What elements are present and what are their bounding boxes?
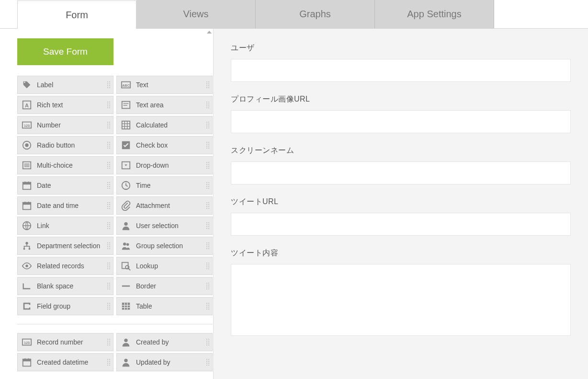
palette-date[interactable]: Date [17,176,113,195]
palette-item-label: Created by [136,338,169,346]
palette-item-label: Date and time [37,202,79,209]
palette-field-group[interactable]: Field group [17,297,113,315]
radio-icon [21,139,33,151]
drag-grip-icon [107,222,110,229]
palette-table[interactable]: Table [116,297,213,315]
palette-created-by[interactable]: Created by [116,333,213,351]
palette-item-label: Drop-down [136,161,169,169]
field-palette: LabelTextRich textText areaNumberCalcula… [17,76,213,371]
palette-item-label: Time [136,182,151,189]
table-icon [120,300,132,312]
user-icon [120,336,132,348]
palette-item-label: Calculated [136,121,168,129]
drag-grip-icon [107,142,110,149]
form-field-input[interactable] [231,213,571,236]
palette-item-label: Label [37,81,53,89]
field-palette-sidebar: Save Form LabelTextRich textText areaNum… [0,29,214,379]
palette-item-label: Radio button [37,141,75,149]
form-canvas[interactable]: ユーザプロフィール画像URLスクリーンネームツイートURLツイート内容 [214,29,588,379]
user-icon [120,219,132,232]
calendar-icon [21,356,33,368]
palette-created-datetime[interactable]: Created datetime [17,353,113,371]
palette-rich-text[interactable]: Rich text [17,96,113,114]
form-field-input[interactable] [231,161,571,184]
palette-label[interactable]: Label [17,76,113,94]
palette-calculated[interactable]: Calculated [116,116,213,134]
palette-number[interactable]: Number [17,116,113,134]
drag-grip-icon [107,359,110,366]
drag-grip-icon [206,102,209,108]
drag-grip-icon [107,81,110,88]
globe-icon [21,219,33,232]
palette-user-selection[interactable]: User selection [116,217,213,235]
palette-item-label: Text area [136,101,164,109]
palette-item-label: Attachment [136,202,170,209]
palette-attachment[interactable]: Attachment [116,196,213,215]
tab-views[interactable]: Views [136,0,256,28]
org-icon [21,240,33,252]
palette-time[interactable]: Time [116,176,213,195]
form-field-input[interactable] [231,59,571,82]
palette-link[interactable]: Link [17,217,113,235]
form-field-input[interactable] [231,110,571,133]
form-field[interactable]: プロフィール画像URL [231,94,571,133]
scroll-up-arrow-icon[interactable] [207,31,212,34]
palette-text-area[interactable]: Text area [116,96,213,114]
palette-item-label: Field group [37,302,70,310]
123-icon [21,119,33,131]
drag-grip-icon [107,263,110,269]
eye-icon [21,260,33,272]
palette-related-records[interactable]: Related records [17,257,113,275]
palette-group-selection[interactable]: Group selection [116,237,213,255]
palette-item-label: Text [136,81,148,89]
form-field[interactable]: ユーザ [231,43,571,82]
palette-radio-button[interactable]: Radio button [17,136,113,154]
palette-lookup[interactable]: Lookup [116,257,213,275]
palette-updated-by[interactable]: Updated by [116,353,213,371]
drag-grip-icon [206,303,209,310]
group-icon [21,300,33,312]
palette-item-label: Record number [37,338,83,346]
dropdown-icon [120,159,132,172]
calendar-icon [21,199,33,212]
save-form-button[interactable]: Save Form [17,38,113,65]
clip-icon [120,199,132,212]
tab-graphs[interactable]: Graphs [256,0,375,28]
drag-grip-icon [206,142,209,149]
form-field-label: ツイート内容 [231,248,571,258]
palette-blank-space[interactable]: Blank space [17,277,113,295]
palette-department-selection[interactable]: Department selection [17,237,113,255]
drag-grip-icon [206,202,209,209]
form-field[interactable]: ツイート内容 [231,248,571,336]
palette-text[interactable]: Text [116,76,213,94]
palette-check-box[interactable]: Check box [116,136,213,154]
palette-item-label: Department selection [37,242,100,250]
drag-grip-icon [107,283,110,289]
drag-grip-icon [206,122,209,128]
form-field-label: プロフィール画像URL [231,94,571,104]
palette-item-label: Link [37,222,49,230]
drag-grip-icon [107,182,110,189]
form-field[interactable]: ツイートURL [231,197,571,236]
drag-grip-icon [107,162,110,169]
drag-grip-icon [206,283,209,289]
form-field[interactable]: スクリーンネーム [231,146,571,184]
palette-item-label: Created datetime [37,358,88,366]
drag-grip-icon [107,339,110,345]
palette-border[interactable]: Border [116,277,213,295]
palette-item-label: Table [136,302,152,310]
palette-item-label: Blank space [37,282,73,290]
form-field-textarea[interactable] [231,264,571,336]
grid-icon [120,119,132,131]
tab-form[interactable]: Form [17,0,136,29]
palette-item-label: Related records [37,262,84,270]
palette-date-and-time[interactable]: Date and time [17,196,113,215]
blank-icon [21,280,33,292]
palette-record-number[interactable]: Record number [17,333,113,351]
palette-item-label: Date [37,182,51,189]
palette-drop-down[interactable]: Drop-down [116,156,213,174]
tab-app-settings[interactable]: App Settings [375,0,494,28]
users-icon [120,240,132,252]
palette-multi-choice[interactable]: Multi-choice [17,156,113,174]
calendar-icon [21,179,33,192]
